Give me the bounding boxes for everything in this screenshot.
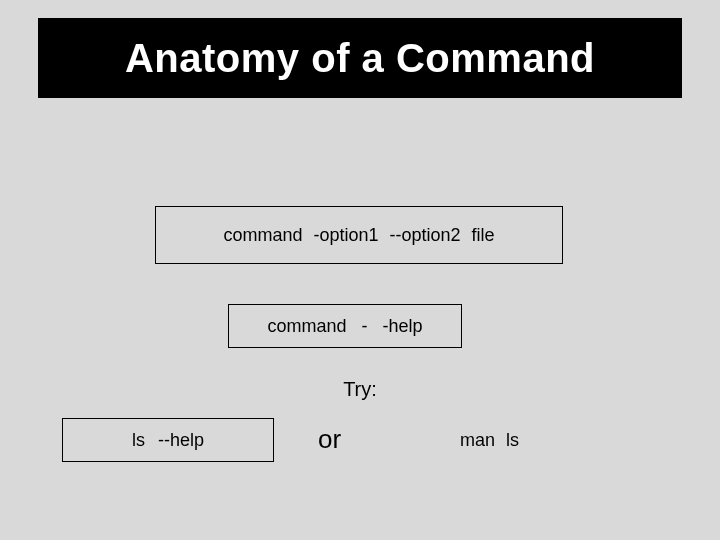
command-syntax-box: command -option1 --option2 file xyxy=(155,206,563,264)
try-label: Try: xyxy=(0,378,720,401)
command-syntax-text: command -option1 --option2 file xyxy=(223,225,494,246)
command-help-box: command - -help xyxy=(228,304,462,348)
or-label: or xyxy=(318,424,341,455)
ls-help-text: ls --help xyxy=(132,430,204,451)
man-ls-label: man ls xyxy=(460,430,519,451)
slide-title: Anatomy of a Command xyxy=(125,36,595,81)
ls-help-box: ls --help xyxy=(62,418,274,462)
command-help-text: command - -help xyxy=(267,316,422,337)
slide-title-bar: Anatomy of a Command xyxy=(38,18,682,98)
